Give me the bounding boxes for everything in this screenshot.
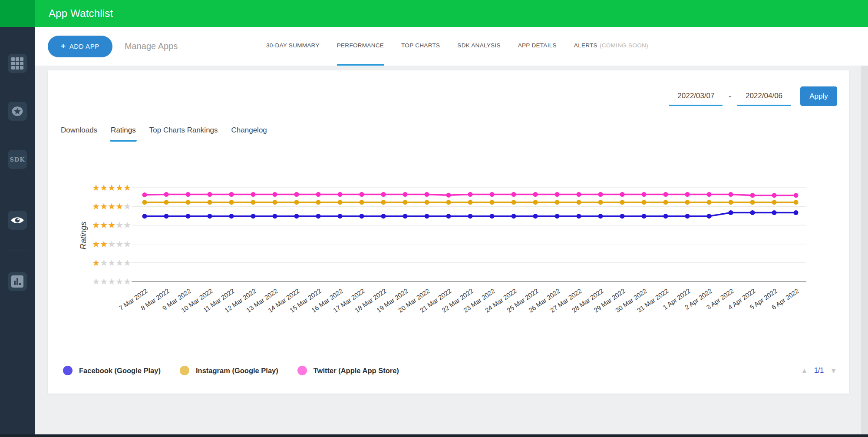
- apps-grid-icon: [10, 56, 24, 70]
- data-point: [794, 210, 799, 215]
- down-triangle-icon[interactable]: ▼: [830, 367, 837, 374]
- date-range-controls: - Apply: [669, 86, 837, 106]
- date-range-separator: -: [729, 92, 731, 101]
- data-point: [685, 200, 690, 205]
- legend-label: Facebook (Google Play): [79, 367, 161, 375]
- sidebar-item-watchlist[interactable]: [8, 211, 27, 230]
- data-point: [490, 200, 495, 205]
- subtab-top-charts-rankings[interactable]: Top Charts Rankings: [149, 126, 219, 141]
- data-point: [273, 200, 277, 205]
- svg-text:SDK: SDK: [10, 156, 25, 163]
- up-triangle-icon[interactable]: ▲: [801, 367, 808, 374]
- subtab-downloads[interactable]: Downloads: [60, 126, 98, 141]
- data-point: [750, 193, 755, 198]
- tab-alerts[interactable]: ALERTS(COMING SOON): [574, 27, 648, 66]
- data-point: [381, 192, 386, 197]
- watchlist-eye-icon: [10, 215, 24, 225]
- data-point: [381, 214, 386, 218]
- legend-dot: [297, 366, 307, 375]
- data-point: [294, 214, 299, 218]
- screen-bottom-edge: [0, 434, 868, 437]
- data-point: [446, 193, 451, 198]
- sidebar-divider: [8, 190, 27, 190]
- data-point: [273, 192, 277, 197]
- data-point: [142, 192, 147, 197]
- data-point: [251, 192, 256, 197]
- tab-performance[interactable]: PERFORMANCE: [337, 27, 384, 66]
- sidebar-item-analytics[interactable]: [8, 272, 27, 291]
- add-app-label: ADD APP: [69, 43, 99, 50]
- data-point: [425, 214, 429, 218]
- data-point: [663, 214, 668, 218]
- data-point: [251, 214, 256, 218]
- data-point: [750, 210, 755, 215]
- tab-top-charts[interactable]: TOP CHARTS: [401, 27, 440, 66]
- date-to-input[interactable]: [737, 87, 791, 106]
- y-tick-1-stars: ★★★★★: [92, 258, 131, 268]
- performance-card: - Apply DownloadsRatingsTop Charts Ranki…: [48, 70, 849, 394]
- subtab-ratings[interactable]: Ratings: [110, 126, 137, 141]
- chart-legend: Facebook (Google Play)Instagram (Google …: [63, 366, 399, 375]
- legend-item-twitter-apple-app-store: Twitter (Apple App Store): [297, 366, 399, 375]
- sidebar-item-featured[interactable]: [8, 102, 27, 121]
- sidebar-divider: [8, 251, 27, 251]
- data-point: [316, 192, 321, 197]
- tab-label: APP DETAILS: [518, 42, 557, 49]
- data-point: [707, 200, 712, 205]
- data-point: [468, 200, 473, 205]
- data-point: [707, 214, 712, 218]
- data-point: [620, 192, 625, 197]
- tab-label: TOP CHARTS: [401, 42, 440, 49]
- data-point: [642, 214, 647, 218]
- data-point: [403, 214, 408, 218]
- plus-icon: +: [61, 41, 66, 51]
- data-point: [598, 192, 603, 197]
- y-tick-2-stars: ★★★★★: [92, 239, 131, 249]
- data-point: [642, 200, 647, 205]
- manage-apps-link[interactable]: Manage Apps: [125, 41, 178, 51]
- tab-label: ALERTS: [574, 42, 597, 49]
- date-from-input[interactable]: [669, 87, 723, 106]
- data-point: [360, 214, 364, 218]
- data-point: [142, 214, 147, 218]
- tab-app-details[interactable]: APP DETAILS: [518, 27, 557, 66]
- data-point: [555, 200, 560, 205]
- sidebar-item-sdk[interactable]: SDK: [8, 150, 27, 169]
- tab-sdk-analysis[interactable]: SDK ANALYSIS: [457, 27, 500, 66]
- data-point: [229, 192, 234, 197]
- data-point: [186, 214, 191, 218]
- data-point: [425, 192, 429, 197]
- data-point: [490, 192, 495, 197]
- sidebar-item-apps[interactable]: [8, 54, 27, 73]
- legend-label: Instagram (Google Play): [196, 367, 278, 375]
- subtab-changelog[interactable]: Changelog: [231, 126, 268, 141]
- legend-dot: [63, 366, 73, 375]
- data-point: [338, 200, 343, 205]
- legend-item-facebook-google-play: Facebook (Google Play): [63, 366, 161, 375]
- toolbar: + ADD APP Manage Apps 30-DAY SUMMARYPERF…: [35, 27, 868, 66]
- data-point: [750, 200, 755, 205]
- y-tick-4-stars: ★★★★★: [92, 202, 131, 211]
- add-app-button[interactable]: + ADD APP: [48, 36, 112, 57]
- data-point: [555, 214, 560, 218]
- data-point: [577, 200, 581, 205]
- y-tick-0-stars: ★★★★★: [92, 277, 131, 286]
- apply-button[interactable]: Apply: [800, 86, 837, 106]
- data-point: [425, 200, 429, 205]
- data-point: [229, 214, 234, 218]
- data-point: [208, 214, 212, 218]
- legend-label: Twitter (Apple App Store): [314, 367, 399, 375]
- data-point: [598, 214, 603, 218]
- data-point: [772, 200, 777, 205]
- legend-dot: [180, 366, 189, 375]
- chart-subtabs: DownloadsRatingsTop Charts RankingsChang…: [60, 126, 837, 141]
- data-point: [512, 200, 516, 205]
- ratings-line-chart: ★★★★★★★★★★★★★★★★★★★★★★★★★★★★★★Ratings7 M…: [48, 149, 849, 335]
- data-point: [381, 200, 386, 205]
- tab-label: SDK ANALYSIS: [457, 42, 500, 49]
- y-tick-3-stars: ★★★★★: [92, 220, 131, 230]
- page-title: App Watchlist: [49, 7, 113, 20]
- tab-30-day-summary[interactable]: 30-DAY SUMMARY: [266, 27, 320, 66]
- scrollbar-track[interactable]: [861, 66, 868, 434]
- app-header: App Watchlist: [35, 0, 868, 27]
